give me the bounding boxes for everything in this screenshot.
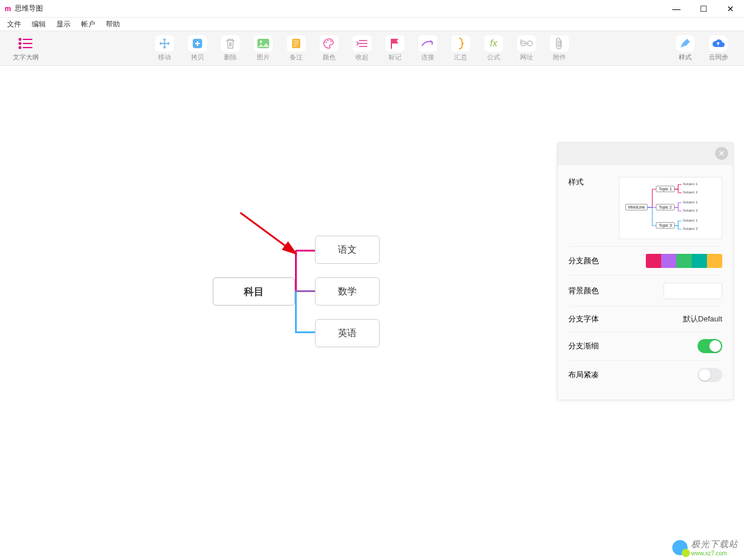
move-label: 移动 (158, 53, 171, 62)
minimize-button[interactable]: — (663, 0, 690, 18)
url-button[interactable]: 网址 (510, 32, 543, 65)
panel-close-button[interactable]: ✕ (715, 147, 728, 160)
color-swatch-4[interactable] (692, 254, 707, 268)
collapse-icon (353, 35, 371, 52)
bg-color-label: 背景颜色 (568, 286, 609, 296)
svg-point-13 (326, 41, 327, 43)
connect-label: 连接 (421, 53, 434, 62)
collapse-label: 收起 (356, 53, 368, 62)
branch-taper-label: 分支渐细 (568, 341, 609, 351)
watermark-line2: www.xz7.com (691, 550, 738, 556)
summary-label: 汇总 (454, 53, 467, 62)
style-panel: ✕ 样式 MindLine Topic 1 Topic 2 Topic 3 Su… (557, 142, 733, 400)
color-label: 颜色 (323, 53, 336, 62)
style-label: 样式 (679, 53, 692, 62)
delete-label: 删除 (224, 53, 237, 62)
svg-line-22 (240, 213, 296, 254)
image-icon (254, 35, 273, 52)
branch-font-label: 分支字体 (568, 314, 609, 324)
delete-button[interactable]: 删除 (214, 32, 247, 65)
fx-icon: fx (484, 35, 503, 52)
mind-child-1[interactable]: 语文 (315, 236, 380, 264)
flag-icon (386, 35, 404, 52)
mark-button[interactable]: 标记 (378, 32, 411, 65)
branch-taper-toggle[interactable] (698, 339, 722, 353)
watermark-icon (672, 540, 688, 555)
panel-style-label: 样式 (568, 177, 609, 187)
branch-font-value[interactable]: 默认Default (609, 314, 722, 324)
trash-icon (221, 35, 240, 52)
panel-header: ✕ (558, 143, 733, 165)
maximize-button[interactable]: ☐ (690, 0, 717, 18)
layout-compact-label: 布局紧凑 (568, 370, 609, 380)
branch-color-label: 分支颜色 (568, 256, 609, 266)
branch-line-1 (295, 250, 301, 291)
mind-child-3[interactable]: 英语 (315, 319, 380, 347)
window-title: 思维导图 (15, 4, 43, 14)
color-swatch-5[interactable] (707, 254, 722, 268)
app-logo: m (5, 5, 11, 13)
mind-child-2[interactable]: 数学 (315, 277, 380, 306)
url-label: 网址 (520, 53, 533, 62)
cloud-icon (709, 35, 728, 52)
brace-icon (451, 35, 470, 52)
style-button[interactable]: 样式 (669, 32, 702, 65)
sync-label: 云同步 (709, 53, 728, 62)
bg-color-swatch[interactable] (663, 283, 722, 299)
paperclip-icon (550, 35, 569, 52)
menu-edit[interactable]: 编辑 (27, 18, 51, 31)
branch-line-1h (295, 250, 315, 252)
copy-button[interactable]: 拷贝 (181, 32, 214, 65)
brush-icon (676, 35, 695, 52)
menu-view[interactable]: 显示 (52, 18, 75, 31)
menu-file[interactable]: 文件 (2, 18, 26, 31)
move-button[interactable]: 移动 (148, 32, 181, 65)
canvas[interactable]: 科目 语文 数学 英语 ✕ 样式 MindLine Topic 1 Topic … (0, 66, 744, 560)
close-button[interactable]: ✕ (717, 0, 744, 18)
link-icon (517, 35, 536, 52)
menu-account[interactable]: 帐户 (76, 18, 100, 31)
svg-point-0 (19, 38, 21, 40)
image-button[interactable]: 图片 (247, 32, 280, 65)
plus-icon (188, 35, 207, 52)
image-label: 图片 (257, 53, 270, 62)
color-button[interactable]: 颜色 (313, 32, 346, 65)
list-icon (16, 35, 35, 52)
svg-point-14 (327, 39, 329, 41)
connect-button[interactable]: 连接 (411, 32, 444, 65)
branch-line-3h (295, 331, 315, 333)
arrow-icon (418, 35, 437, 52)
palette-icon (320, 35, 339, 52)
attach-button[interactable]: 附件 (543, 32, 576, 65)
attach-label: 附件 (553, 53, 566, 62)
menubar: 文件 编辑 显示 帐户 帮助 (0, 18, 744, 31)
formula-button[interactable]: fx 公式 (477, 32, 510, 65)
svg-point-8 (260, 41, 262, 43)
formula-label: 公式 (487, 53, 500, 62)
layout-compact-toggle[interactable] (698, 368, 722, 382)
toolbar: 文字大纲 移动 拷贝 删除 图片 备注 颜色 收起 标记 连接 汇总 f (0, 31, 744, 66)
copy-label: 拷贝 (191, 53, 204, 62)
sync-button[interactable]: 云同步 (702, 32, 735, 65)
mark-label: 标记 (388, 53, 401, 62)
outline-button[interactable]: 文字大纲 (9, 32, 42, 65)
color-swatch-2[interactable] (661, 254, 676, 268)
color-swatch-1[interactable] (646, 254, 661, 268)
summary-button[interactable]: 汇总 (444, 32, 477, 65)
menu-help[interactable]: 帮助 (101, 18, 125, 31)
titlebar: m 思维导图 — ☐ ✕ (0, 0, 744, 18)
collapse-button[interactable]: 收起 (346, 32, 378, 65)
mind-root-node[interactable]: 科目 (213, 277, 295, 306)
branch-line-3 (295, 291, 301, 333)
svg-point-2 (19, 42, 21, 44)
preview-lines (619, 177, 723, 240)
style-preview[interactable]: MindLine Topic 1 Topic 2 Topic 3 Subject… (619, 177, 722, 239)
move-icon (155, 35, 174, 52)
svg-point-15 (330, 40, 332, 42)
watermark-line1: 极光下载站 (691, 539, 738, 550)
note-button[interactable]: 备注 (280, 32, 313, 65)
color-swatch-3[interactable] (676, 254, 692, 268)
note-icon (287, 35, 306, 52)
branch-color-palette[interactable] (646, 254, 722, 268)
outline-label: 文字大纲 (13, 53, 39, 62)
